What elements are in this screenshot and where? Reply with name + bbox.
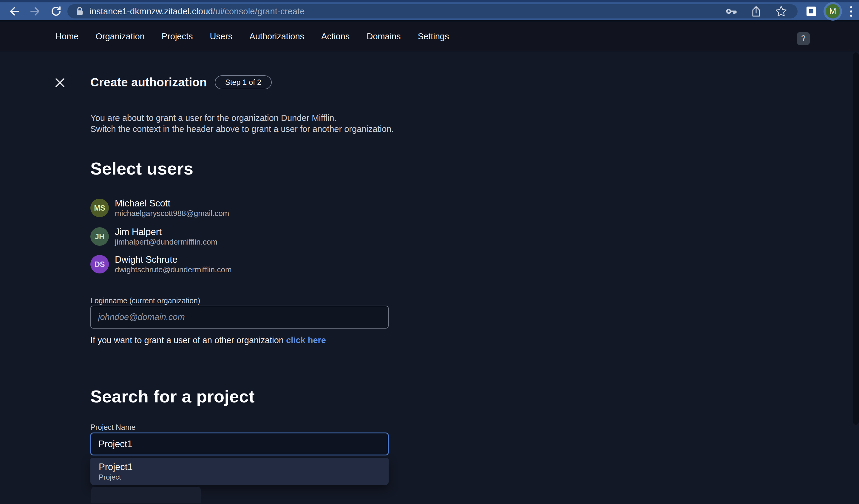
nav-item-actions[interactable]: Actions xyxy=(321,32,350,42)
select-users-heading: Select users xyxy=(90,158,193,178)
browser-toolbar: instance1-dkmnzw.zitadel.cloud/ui/consol… xyxy=(0,2,859,20)
project-name-input[interactable] xyxy=(90,432,389,455)
other-org-text: If you want to grant a user of an other … xyxy=(90,335,326,345)
key-icon[interactable] xyxy=(725,5,737,17)
click-here-link[interactable]: click here xyxy=(286,335,326,345)
grant-create-page: Create authorization Step 1 of 2 You are… xyxy=(0,51,859,503)
url-path: /ui/console/grant-create xyxy=(213,6,305,16)
address-bar[interactable]: instance1-dkmnzw.zitadel.cloud/ui/consol… xyxy=(67,4,798,18)
nav-item-projects[interactable]: Projects xyxy=(162,32,193,42)
nav-item-settings[interactable]: Settings xyxy=(418,32,449,42)
avatar-michael-scott: MS xyxy=(90,199,109,217)
avatar-dwight-schrute: DS xyxy=(90,255,109,273)
nav-item-authorizations[interactable]: Authorizations xyxy=(250,32,304,42)
url-text: instance1-dkmnzw.zitadel.cloud/ui/consol… xyxy=(89,6,305,16)
scrollbar-thumb[interactable] xyxy=(853,52,859,425)
side-panel-icon[interactable] xyxy=(807,6,816,16)
user-name: Michael Scott xyxy=(115,198,229,209)
kebab-menu-icon[interactable] xyxy=(850,6,852,17)
user-row-michael-scott[interactable]: MS Michael Scott michaelgaryscott988@gma… xyxy=(90,198,389,218)
close-icon[interactable] xyxy=(54,77,66,89)
console-nav: Home Organization Projects Users Authori… xyxy=(0,22,859,51)
step-badge: Step 1 of 2 xyxy=(215,75,272,89)
window-top-strip xyxy=(0,0,859,2)
nav-item-home[interactable]: Home xyxy=(56,32,78,42)
project-dropdown-option[interactable]: Project1 Project xyxy=(90,458,389,485)
loginname-label: Loginname (current organization) xyxy=(90,296,200,305)
avatar-jim-halpert: JH xyxy=(90,227,109,246)
user-email: michaelgaryscott988@gmail.com xyxy=(115,209,229,218)
project-name-label: Project Name xyxy=(90,423,135,431)
user-row-dwight-schrute[interactable]: DS Dwight Schrute dwightschrute@dundermi… xyxy=(90,254,389,274)
reload-icon[interactable] xyxy=(49,5,63,18)
continue-button[interactable]: Continue xyxy=(91,487,201,503)
lock-icon xyxy=(75,6,84,16)
dropdown-option-title: Project1 xyxy=(99,461,389,473)
user-name: Dwight Schrute xyxy=(115,254,232,265)
url-domain: instance1-dkmnzw.zitadel.cloud xyxy=(89,6,213,16)
nav-item-organization[interactable]: Organization xyxy=(95,32,145,42)
bookmark-star-icon[interactable] xyxy=(775,5,787,17)
loginname-input[interactable] xyxy=(90,305,389,329)
profile-avatar[interactable]: M xyxy=(826,4,840,18)
dropdown-option-subtitle: Project xyxy=(99,473,389,482)
share-icon[interactable] xyxy=(751,5,762,17)
user-email: dwightschrute@dundermifflin.com xyxy=(115,265,232,274)
user-email: jimhalpert@dundermifflin.com xyxy=(115,237,217,247)
nav-item-users[interactable]: Users xyxy=(210,32,232,42)
page-title: Create authorization xyxy=(90,76,207,89)
intro-text: You are about to grant a user for the or… xyxy=(90,113,394,135)
intro-line2: Switch the context in the header above t… xyxy=(90,124,394,134)
help-button[interactable]: ? xyxy=(797,32,810,45)
back-icon[interactable] xyxy=(8,5,21,18)
search-project-heading: Search for a project xyxy=(90,386,255,406)
user-name: Jim Halpert xyxy=(115,227,217,237)
intro-line1: You are about to grant a user for the or… xyxy=(90,113,336,123)
forward-icon[interactable] xyxy=(29,5,42,18)
nav-item-domains[interactable]: Domains xyxy=(366,32,401,42)
browser-chrome: instance1-dkmnzw.zitadel.cloud/ui/consol… xyxy=(0,0,859,22)
user-row-jim-halpert[interactable]: JH Jim Halpert jimhalpert@dundermifflin.… xyxy=(90,227,389,246)
